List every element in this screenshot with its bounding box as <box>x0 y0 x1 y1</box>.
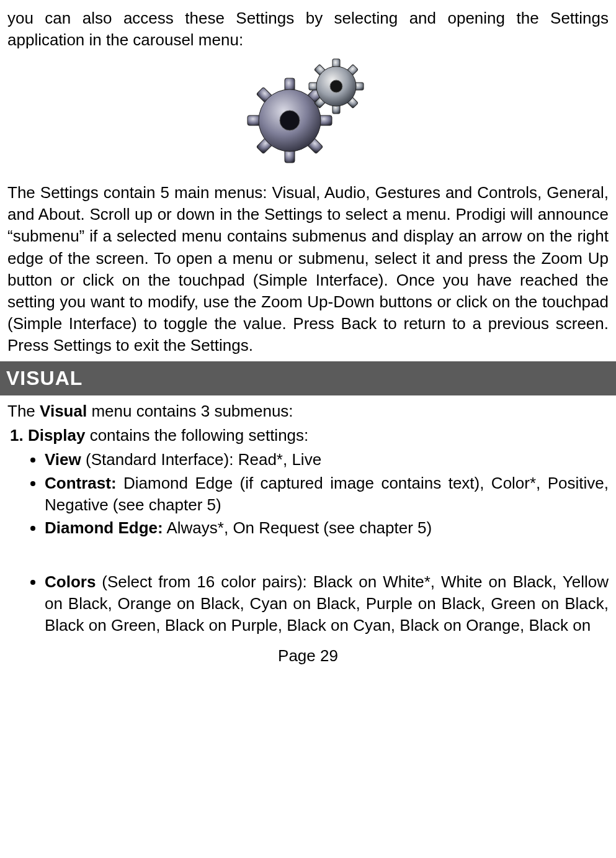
display-bold: 1. Display <box>10 426 85 445</box>
setting-name: Diamond Edge: <box>45 518 163 537</box>
gears-icon <box>240 58 377 164</box>
text-fragment: menu contains 3 submenus: <box>87 402 293 420</box>
setting-values: (Standard Interface): Read*, Live <box>81 450 321 469</box>
setting-values: Always*, On Request (see chapter 5) <box>163 518 432 537</box>
spacer <box>7 540 609 570</box>
settings-description-paragraph: The Settings contain 5 main menus: Visua… <box>7 182 609 356</box>
list-item: View (Standard Interface): Read*, Live <box>45 449 609 471</box>
display-settings-list-continued: Colors (Select from 16 color pairs): Bla… <box>7 571 609 636</box>
text-fragment: contains the following settings: <box>85 426 308 445</box>
page-number: Page 29 <box>7 645 609 667</box>
visual-bold: Visual <box>40 402 87 420</box>
list-item: Diamond Edge: Always*, On Request (see c… <box>45 517 609 539</box>
section-heading-visual: VISUAL <box>0 361 616 395</box>
intro-paragraph: you can also access these Settings by se… <box>7 7 609 51</box>
list-item: Colors (Select from 16 color pairs): Bla… <box>45 571 609 636</box>
setting-values: (Select from 16 color pairs): Black on W… <box>45 572 609 634</box>
setting-name: Contrast: <box>45 474 117 492</box>
display-heading-line: 1. Display contains the following settin… <box>10 425 609 446</box>
setting-name: Colors <box>45 572 96 591</box>
svg-point-19 <box>330 80 342 93</box>
svg-point-9 <box>280 111 300 130</box>
display-settings-list: View (Standard Interface): Read*, Live C… <box>7 449 609 538</box>
settings-gears-illustration <box>7 58 609 169</box>
visual-intro-line: The Visual menu contains 3 submenus: <box>7 400 609 422</box>
list-item: Contrast: Diamond Edge (if captured imag… <box>45 472 609 516</box>
text-fragment: The <box>7 402 40 420</box>
setting-name: View <box>45 450 81 469</box>
setting-values: Diamond Edge (if captured image contains… <box>45 474 609 514</box>
